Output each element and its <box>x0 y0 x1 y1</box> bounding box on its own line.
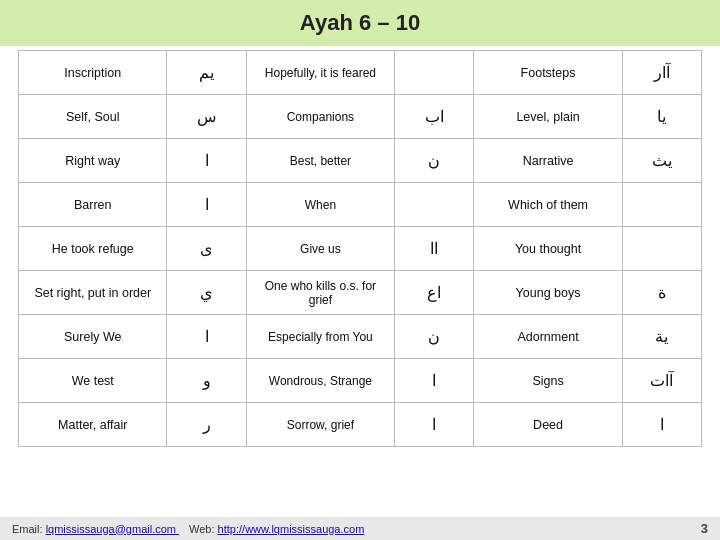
table-cell: Hopefully, it is feared <box>246 51 394 95</box>
page-title: Ayah 6 – 10 <box>0 0 720 46</box>
table-cell: He took refuge <box>19 227 167 271</box>
table-cell: اب <box>395 95 474 139</box>
page: Ayah 6 – 10 InscriptionيمHopefully, it i… <box>0 0 720 540</box>
table-cell: ا <box>167 183 246 227</box>
table-cell: ا <box>167 315 246 359</box>
table-cell <box>622 183 701 227</box>
table-cell: Level, plain <box>474 95 622 139</box>
table-cell: ا <box>622 403 701 447</box>
email-text: lqmississauga@gmail.com <box>46 523 176 535</box>
table-cell <box>622 227 701 271</box>
table-cell: One who kills o.s. for grief <box>246 271 394 315</box>
table-cell: Matter, affair <box>19 403 167 447</box>
page-number: 3 <box>701 521 708 536</box>
email-link[interactable]: lqmississauga@gmail.com <box>46 523 179 535</box>
table-cell: Barren <box>19 183 167 227</box>
web-link[interactable]: http://www.lqmississauga.com <box>218 523 365 535</box>
table-cell: آات <box>622 359 701 403</box>
table-cell: Wondrous, Strange <box>246 359 394 403</box>
footer: Email: lqmississauga@gmail.com Web: http… <box>0 517 720 540</box>
table-row: Right wayاBest, betterنNarrativeيث <box>19 139 702 183</box>
table-cell <box>395 51 474 95</box>
vocabulary-table: InscriptionيمHopefully, it is fearedFoot… <box>18 50 702 447</box>
table-row: Matter, affairرSorrow, griefاDeedا <box>19 403 702 447</box>
table-cell: Surely We <box>19 315 167 359</box>
table-cell <box>395 183 474 227</box>
table-container: InscriptionيمHopefully, it is fearedFoot… <box>0 46 720 517</box>
table-cell: آار <box>622 51 701 95</box>
table-cell: يا <box>622 95 701 139</box>
table-cell: ى <box>167 227 246 271</box>
table-cell: Young boys <box>474 271 622 315</box>
table-cell: Adornment <box>474 315 622 359</box>
table-cell: ي <box>167 271 246 315</box>
table-cell: Especially from You <box>246 315 394 359</box>
table-cell: اا <box>395 227 474 271</box>
table-cell: يث <box>622 139 701 183</box>
table-cell: س <box>167 95 246 139</box>
web-text: http://www.lqmississauga.com <box>218 523 365 535</box>
table-row: He took refugeىGive usااYou thought <box>19 227 702 271</box>
table-cell: Inscription <box>19 51 167 95</box>
table-cell: Sorrow, grief <box>246 403 394 447</box>
table-cell: We test <box>19 359 167 403</box>
table-cell: Self, Soul <box>19 95 167 139</box>
table-row: BarrenاWhenWhich of them <box>19 183 702 227</box>
table-cell: ن <box>395 315 474 359</box>
table-row: InscriptionيمHopefully, it is fearedFoot… <box>19 51 702 95</box>
table-cell: When <box>246 183 394 227</box>
footer-links: Email: lqmississauga@gmail.com Web: http… <box>12 523 364 535</box>
email-label: Email: <box>12 523 43 535</box>
table-cell: ا <box>395 403 474 447</box>
table-cell: ا <box>167 139 246 183</box>
title-text: Ayah 6 – 10 <box>300 10 420 35</box>
table-cell: ية <box>622 315 701 359</box>
table-cell: Companions <box>246 95 394 139</box>
table-cell: Best, better <box>246 139 394 183</box>
table-cell: Signs <box>474 359 622 403</box>
table-cell: Footsteps <box>474 51 622 95</box>
table-cell: ن <box>395 139 474 183</box>
table-row: Self, SoulسCompanionsابLevel, plainيا <box>19 95 702 139</box>
table-row: Set right, put in orderيOne who kills o.… <box>19 271 702 315</box>
table-row: Surely WeاEspecially from YouنAdornmentي… <box>19 315 702 359</box>
table-cell: يم <box>167 51 246 95</box>
table-cell: Right way <box>19 139 167 183</box>
table-cell: Narrative <box>474 139 622 183</box>
table-cell: Set right, put in order <box>19 271 167 315</box>
table-cell: اع <box>395 271 474 315</box>
table-cell: Deed <box>474 403 622 447</box>
table-cell: ة <box>622 271 701 315</box>
table-cell: Give us <box>246 227 394 271</box>
table-row: We testوWondrous, StrangeاSignsآات <box>19 359 702 403</box>
table-cell: ا <box>395 359 474 403</box>
web-label: Web: <box>189 523 214 535</box>
table-cell: ر <box>167 403 246 447</box>
table-cell: Which of them <box>474 183 622 227</box>
table-cell: You thought <box>474 227 622 271</box>
table-cell: و <box>167 359 246 403</box>
